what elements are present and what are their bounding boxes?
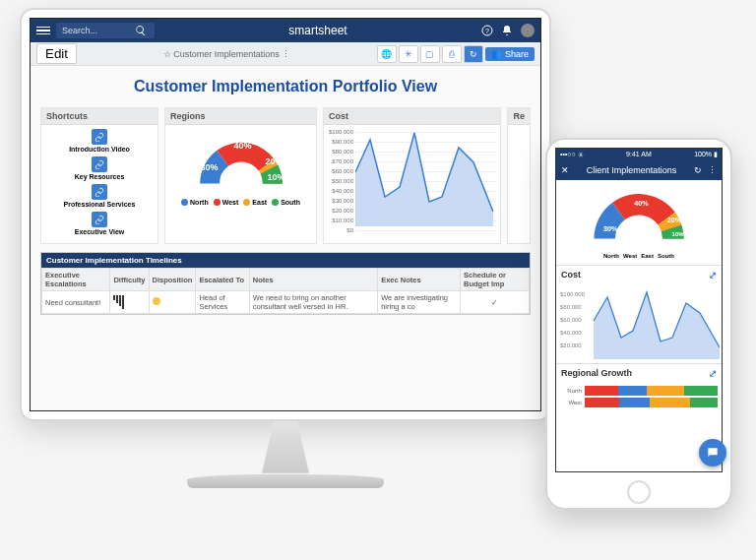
- col-escalations[interactable]: Executive Escalations: [42, 269, 110, 291]
- phone-cost-label: Cost: [561, 270, 581, 280]
- col-schedule[interactable]: Schedule or Budget Imp: [461, 269, 530, 291]
- segment-label-south: 10%: [268, 172, 285, 182]
- col-difficulty[interactable]: Difficulty: [110, 269, 149, 291]
- col-escalated-to[interactable]: Escalated To: [196, 269, 249, 291]
- regions-body: 30% 40% 20% 10% North West East South: [165, 125, 316, 243]
- shortcuts-header: Shortcuts: [41, 108, 158, 125]
- col-exec-notes[interactable]: Exec Notes: [378, 269, 461, 291]
- dashboard-main: Customer Implementation Portfolio View S…: [31, 66, 540, 410]
- shortcut-item[interactable]: Key Resources: [45, 156, 154, 180]
- cost-panel: Cost $100,000 $90,000 $80,000 $70,000 $6…: [323, 107, 501, 244]
- svg-text:30%: 30%: [603, 224, 618, 233]
- avatar[interactable]: [521, 24, 535, 37]
- cost-area-chart: [355, 128, 493, 226]
- phone-screen: •••○○ ⚹9:41 AM100% ▮ ✕ Client Implementa…: [555, 148, 723, 472]
- tools-button[interactable]: ✳: [399, 45, 418, 63]
- segment-label-north: 30%: [201, 162, 219, 172]
- app-screen: smartsheet ? Edit ☆ Customer Implementat…: [30, 18, 541, 411]
- col-disposition[interactable]: Disposition: [149, 269, 196, 291]
- phone-cost-chart: $100,000 $80,000 $60,000 $40,000 $20,000: [556, 284, 722, 363]
- more-icon[interactable]: ⋮: [708, 165, 717, 175]
- chat-fab[interactable]: [699, 439, 726, 467]
- phone-growth-chart: North West: [556, 383, 722, 412]
- regions-header: Regions: [165, 108, 316, 125]
- segment-label-east: 20%: [266, 156, 284, 166]
- top-bar: smartsheet ?: [31, 19, 540, 42]
- difficulty-icon: [113, 295, 145, 309]
- disposition-dot: [153, 297, 160, 305]
- svg-text:20%: 20%: [667, 216, 682, 224]
- shortcut-item[interactable]: Professional Services: [45, 184, 154, 208]
- brand-logo: smartsheet: [160, 24, 475, 37]
- monitor-stand: [246, 421, 325, 480]
- secondary-bar: Edit ☆ Customer Implementations ⋮ 🌐 ✳ ▢ …: [31, 42, 540, 66]
- phone-growth-label: Regional Growth: [561, 368, 632, 379]
- share-label: Share: [505, 49, 529, 59]
- present-button[interactable]: ▢: [420, 45, 440, 63]
- growth-bar-north: North: [560, 386, 718, 396]
- segment-label-west: 40%: [234, 141, 252, 151]
- table-row[interactable]: Need consultant! Head of Services We nee…: [42, 291, 530, 314]
- phone-regions-chart: 30% 40% 20% 10% North West East South: [556, 180, 722, 265]
- svg-text:40%: 40%: [634, 199, 649, 208]
- bell-icon[interactable]: [501, 25, 513, 36]
- cost-body: $100,000 $90,000 $80,000 $70,000 $60,000…: [324, 125, 500, 243]
- shortcut-item[interactable]: Executive View: [45, 212, 154, 235]
- refresh-icon[interactable]: ↻: [694, 165, 702, 175]
- search-input[interactable]: [62, 26, 131, 35]
- globe-button[interactable]: 🌐: [377, 45, 397, 63]
- extra-panel: Re: [507, 107, 531, 244]
- phone-cost-section: Cost⤢ $100,000 $80,000 $60,000 $40,000 $…: [556, 265, 722, 363]
- search-field[interactable]: [56, 23, 155, 38]
- extra-header: Re: [508, 108, 530, 125]
- help-icon[interactable]: ?: [481, 25, 493, 36]
- regions-panel: Regions: [164, 107, 317, 244]
- edit-button[interactable]: Edit: [36, 43, 77, 64]
- phone-legend: North West East South: [603, 253, 674, 261]
- expand-icon[interactable]: ⤢: [709, 270, 717, 280]
- refresh-button[interactable]: ↻: [464, 45, 483, 63]
- timeline-table: Customer Implementation Timelines Execut…: [40, 252, 531, 315]
- phone-growth-section: Regional Growth⤢ North West: [556, 363, 722, 412]
- search-icon: [135, 25, 147, 36]
- link-icon: [92, 212, 107, 227]
- link-icon: [92, 129, 107, 145]
- home-button[interactable]: [627, 480, 651, 504]
- link-icon: [92, 156, 107, 172]
- cost-header: Cost: [324, 108, 500, 125]
- expand-icon[interactable]: ⤢: [709, 368, 717, 379]
- link-icon: [92, 184, 107, 200]
- page-title: Customer Implementation Portfolio View: [40, 70, 531, 107]
- shortcut-item[interactable]: Introduction Video: [45, 129, 154, 153]
- print-button[interactable]: ⎙: [442, 45, 462, 63]
- share-button[interactable]: 👥 Share: [485, 47, 535, 61]
- svg-text:?: ?: [485, 28, 489, 34]
- growth-bar-west: West: [560, 398, 718, 407]
- regions-donut-chart: 30% 40% 20% 10%: [187, 129, 295, 193]
- close-icon[interactable]: ✕: [561, 165, 569, 175]
- phone-header: ✕ Client Implementations ↻ ⋮: [556, 160, 722, 180]
- monitor-base: [187, 474, 384, 488]
- svg-text:10%: 10%: [672, 231, 685, 237]
- shortcuts-panel: Shortcuts Introduction Video Key Resourc…: [40, 107, 158, 244]
- desktop-monitor: smartsheet ? Edit ☆ Customer Implementat…: [20, 8, 551, 421]
- phone-status-bar: •••○○ ⚹9:41 AM100% ▮: [556, 149, 722, 160]
- hamburger-icon[interactable]: [36, 24, 50, 37]
- col-notes[interactable]: Notes: [249, 269, 377, 291]
- phone-title: Client Implementations: [569, 165, 694, 175]
- mobile-phone: •••○○ ⚹9:41 AM100% ▮ ✕ Client Implementa…: [545, 138, 732, 510]
- shortcuts-body: Introduction Video Key Resources Profess…: [41, 125, 158, 243]
- sheet-title[interactable]: ☆ Customer Implementations ⋮: [83, 49, 371, 59]
- table-title: Customer Implementation Timelines: [41, 253, 530, 268]
